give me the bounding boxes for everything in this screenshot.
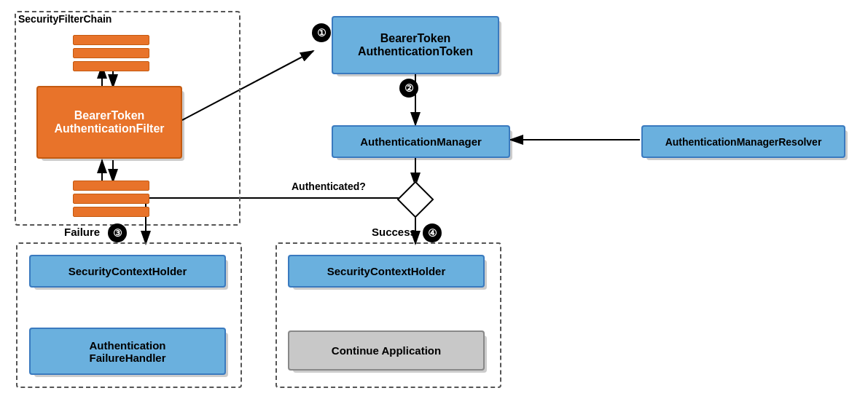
bearer-token-auth-token: BearerToken AuthenticationToken xyxy=(332,16,499,74)
auth-failure-handler: Authentication FailureHandler xyxy=(29,328,226,375)
filter-bar-top-3 xyxy=(73,61,149,71)
step-2-circle: ② xyxy=(399,79,418,98)
continue-application: Continue Application xyxy=(288,330,485,371)
success-label: Success xyxy=(372,226,416,238)
authenticated-label: Authenticated? xyxy=(292,181,366,192)
filter-bar-top-1 xyxy=(73,35,149,45)
filter-bar-bottom-1 xyxy=(73,181,149,191)
diagram: SecurityFilterChain BearerToken Authenti… xyxy=(0,0,868,396)
security-filter-chain-label: SecurityFilterChain xyxy=(18,13,112,25)
filter-bar-bottom-2 xyxy=(73,194,149,204)
decision-diamond xyxy=(397,181,434,218)
auth-manager-resolver: AuthenticationManagerResolver xyxy=(641,125,845,158)
step-1-circle: ① xyxy=(312,23,331,42)
security-context-holder-left: SecurityContextHolder xyxy=(29,255,226,288)
filter-bar-top-2 xyxy=(73,48,149,58)
failure-label: Failure xyxy=(64,226,100,238)
authentication-manager: AuthenticationManager xyxy=(332,125,510,158)
security-context-holder-right: SecurityContextHolder xyxy=(288,255,485,288)
step-4-circle: ④ xyxy=(423,223,442,242)
bearer-token-auth-filter: BearerToken AuthenticationFilter xyxy=(36,86,182,159)
filter-bar-bottom-3 xyxy=(73,207,149,217)
step-3-circle: ③ xyxy=(108,223,127,242)
